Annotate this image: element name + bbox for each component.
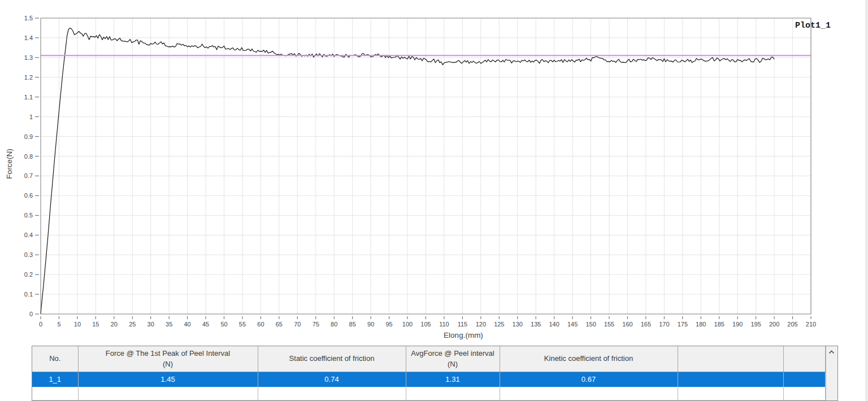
cell[interactable]: [678, 387, 783, 400]
svg-text:210: 210: [806, 321, 816, 328]
table-scrollbar[interactable]: [826, 346, 838, 400]
svg-text:25: 25: [129, 321, 136, 328]
cell-empty-2[interactable]: [783, 372, 825, 387]
svg-text:15: 15: [92, 321, 99, 328]
svg-text:130: 130: [513, 321, 523, 328]
results-table: No. Force @ The 1st Peak of Peel Interva…: [32, 346, 838, 401]
svg-text:125: 125: [494, 321, 504, 328]
svg-text:5: 5: [57, 321, 60, 328]
svg-text:85: 85: [349, 321, 356, 328]
svg-text:0.9: 0.9: [24, 133, 33, 140]
grid-lines: [41, 18, 811, 314]
svg-text:190: 190: [732, 321, 743, 328]
y-axis-label: Force(N): [5, 149, 14, 178]
cell[interactable]: [406, 387, 500, 400]
chart-canvas[interactable]: 0510152025303540455055606570758085909510…: [0, 0, 868, 345]
svg-text:10: 10: [74, 321, 81, 328]
header-peak-force: Force @ The 1st Peak of Peel Interval (N…: [78, 346, 258, 372]
svg-text:155: 155: [604, 321, 614, 328]
x-axis-ticks: 0510152025303540455055606570758085909510…: [39, 316, 816, 328]
cell-kinetic-cof[interactable]: 0.67: [500, 372, 678, 387]
svg-text:0.7: 0.7: [24, 172, 33, 179]
svg-text:65: 65: [276, 321, 283, 328]
cell[interactable]: [783, 387, 825, 400]
svg-text:1: 1: [29, 114, 33, 120]
svg-text:170: 170: [659, 321, 669, 328]
svg-text:0.4: 0.4: [24, 232, 33, 238]
svg-text:165: 165: [641, 321, 651, 328]
cell[interactable]: [500, 387, 678, 400]
svg-text:40: 40: [184, 321, 190, 328]
svg-text:0.6: 0.6: [24, 192, 33, 199]
svg-text:80: 80: [331, 321, 337, 328]
svg-text:0.8: 0.8: [24, 153, 33, 160]
x-axis-label: Elong.(mm): [429, 331, 497, 339]
svg-text:160: 160: [622, 321, 632, 328]
svg-text:0: 0: [29, 311, 33, 317]
header-no: No.: [32, 346, 78, 372]
svg-text:110: 110: [439, 321, 449, 328]
svg-text:0.3: 0.3: [24, 251, 33, 258]
svg-text:1.2: 1.2: [24, 74, 33, 81]
header-kinetic-cof: Kinetic coefficient of friction: [500, 346, 678, 372]
table-row[interactable]: [32, 387, 825, 400]
cell-avg-force[interactable]: 1.31: [406, 372, 500, 387]
svg-text:35: 35: [166, 321, 172, 328]
cell-empty-1[interactable]: [678, 372, 783, 387]
header-empty-2: [783, 346, 825, 372]
svg-text:30: 30: [147, 321, 154, 328]
window-right-edge: [866, 0, 868, 401]
cell[interactable]: [258, 387, 406, 400]
svg-text:140: 140: [549, 321, 559, 328]
svg-text:55: 55: [239, 321, 246, 328]
svg-text:100: 100: [402, 321, 413, 328]
cell[interactable]: [78, 387, 258, 400]
svg-text:1.4: 1.4: [24, 34, 33, 41]
svg-text:195: 195: [750, 321, 761, 328]
results-table-grid: No. Force @ The 1st Peak of Peel Interva…: [32, 346, 826, 400]
app-window: 0510152025303540455055606570758085909510…: [0, 0, 868, 401]
force-elongation-chart: 0510152025303540455055606570758085909510…: [0, 0, 868, 345]
header-empty-1: [678, 346, 783, 372]
svg-text:105: 105: [420, 321, 431, 328]
svg-text:0.5: 0.5: [24, 212, 33, 219]
svg-text:120: 120: [476, 321, 486, 328]
cell-no[interactable]: 1_1: [32, 372, 78, 387]
svg-text:95: 95: [385, 321, 392, 328]
svg-text:175: 175: [678, 321, 688, 328]
svg-text:205: 205: [787, 321, 797, 328]
table-row-selected[interactable]: 1_1 1.45 0.74 1.31 0.67: [32, 372, 825, 387]
svg-text:0.2: 0.2: [24, 271, 33, 278]
svg-text:60: 60: [257, 321, 264, 328]
svg-text:0.1: 0.1: [24, 291, 33, 298]
svg-text:135: 135: [531, 321, 541, 328]
plot-series-label: Plot1_1: [795, 21, 831, 30]
svg-text:115: 115: [458, 321, 468, 328]
y-axis-ticks: 00.10.20.30.40.50.60.70.80.911.11.21.31.…: [24, 15, 39, 317]
chevron-up-icon[interactable]: [828, 350, 835, 354]
svg-text:45: 45: [202, 321, 209, 328]
svg-text:50: 50: [220, 321, 227, 328]
svg-text:75: 75: [313, 321, 319, 328]
table-header-row: No. Force @ The 1st Peak of Peel Interva…: [32, 346, 825, 372]
svg-text:1.3: 1.3: [24, 54, 33, 61]
header-avg-force: AvgForce @ Peel interval (N): [406, 346, 500, 372]
cell[interactable]: [32, 387, 78, 400]
svg-text:0: 0: [39, 321, 42, 328]
svg-text:1.5: 1.5: [24, 15, 33, 21]
header-static-cof: Static coefficient of friction: [258, 346, 406, 372]
svg-text:20: 20: [111, 321, 118, 328]
svg-text:145: 145: [567, 321, 578, 328]
svg-text:70: 70: [294, 321, 301, 328]
svg-text:1.1: 1.1: [24, 94, 33, 101]
svg-text:150: 150: [585, 321, 596, 328]
svg-text:185: 185: [714, 321, 724, 328]
cell-peak-force[interactable]: 1.45: [78, 372, 258, 387]
svg-text:200: 200: [769, 321, 779, 328]
svg-text:180: 180: [696, 321, 706, 328]
svg-text:90: 90: [367, 321, 374, 328]
cell-static-cof[interactable]: 0.74: [258, 372, 406, 387]
